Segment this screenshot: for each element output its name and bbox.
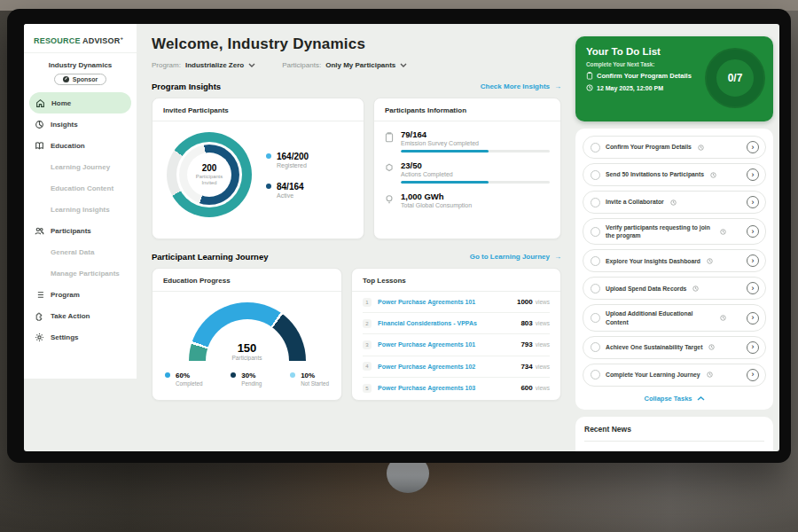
program-insights-header: Program Insights Check More Insights → (152, 82, 561, 91)
task-open-button[interactable]: › (747, 312, 759, 325)
task-label: Complete Your Learning Journey (606, 371, 700, 379)
task-checkbox[interactable] (591, 284, 600, 293)
task-checkbox[interactable] (591, 370, 600, 379)
task-verify-participants[interactable]: Verify participants requesting to join t… (583, 218, 766, 245)
lesson-title-link[interactable]: Power Purchase Agreements 103 (378, 385, 475, 391)
lesson-views: 734 (520, 363, 532, 371)
sidebar-item-general-data[interactable]: General Data (24, 241, 137, 262)
task-open-button[interactable]: › (747, 168, 759, 181)
clock-icon (670, 200, 677, 206)
task-open-button[interactable]: › (747, 254, 759, 267)
sidebar-item-education[interactable]: Education (24, 135, 137, 156)
sidebar-item-label: Program (51, 291, 80, 299)
task-checkbox[interactable] (591, 198, 600, 207)
go-to-learning-journey-link[interactable]: Go to Learning Journey → (470, 253, 561, 261)
participants-icon (35, 226, 44, 236)
task-checkbox[interactable] (591, 256, 600, 266)
lesson-rank: 3 (363, 340, 372, 349)
progress-bar (401, 150, 550, 153)
participants-filter-label: Participants: (282, 61, 321, 69)
task-open-button[interactable]: › (747, 196, 759, 208)
task-open-button[interactable]: › (747, 282, 759, 294)
legend-value: 60% (176, 372, 202, 379)
sidebar-item-label: Participants (51, 227, 91, 235)
stat-label: Emission Survey Completed (401, 140, 550, 146)
legend-value: 10% (301, 372, 329, 379)
stat-value: 23/50 (401, 160, 550, 170)
clock-icon (586, 84, 593, 91)
stat-value: 1,000 GWh (401, 192, 550, 201)
sidebar-item-label: Insights (51, 121, 78, 129)
sidebar-item-education-content[interactable]: Education Content (24, 177, 137, 199)
task-confirm-program-details[interactable]: Confirm Your Program Details › (583, 136, 766, 159)
task-checkbox[interactable] (591, 170, 600, 180)
sidebar-item-learning-journey[interactable]: Learning Journey (24, 156, 137, 177)
task-achieve-sustainability-target[interactable]: Achieve One Sustainability Target › (583, 336, 766, 359)
lesson-views: 1000 (517, 298, 533, 306)
task-send-invitations[interactable]: Send 50 Invitations to Participants › (583, 163, 766, 186)
program-filter-label: Program: (152, 61, 181, 69)
monitor-bezel: RESOURCE ADVISOR+ Industry Dynamics Spon… (7, 9, 791, 463)
sidebar-item-label: Learning Journey (51, 163, 110, 171)
lesson-rank: 1 (363, 298, 372, 307)
task-upload-educational-content[interactable]: Upload Additional Educational Content › (583, 304, 766, 331)
todo-column: Your To Do List Complete Your Next Task:… (575, 24, 779, 451)
task-complete-learning-journey[interactable]: Complete Your Learning Journey › (583, 364, 766, 387)
sidebar-item-label: Learning Insights (51, 206, 110, 214)
sidebar-item-take-action[interactable]: Take Action (24, 305, 137, 326)
link-label: Check More Insights (481, 82, 550, 90)
survey-icon (385, 132, 394, 143)
lesson-rank: 5 (363, 384, 372, 393)
sponsor-badge-label: Sponsor (73, 76, 98, 82)
task-upload-spend-data[interactable]: Upload Spend Data Records › (583, 277, 766, 300)
legend-label: Active (277, 192, 304, 199)
legend-dot-completed (165, 372, 170, 378)
program-filter-dropdown[interactable]: Program: Industrialize Zero (152, 61, 255, 69)
legend-value: 84/164 (277, 182, 304, 192)
task-checkbox[interactable] (591, 342, 600, 352)
lesson-rank: 4 (363, 362, 372, 371)
program-insights-title: Program Insights (152, 82, 221, 91)
insights-icon (35, 120, 44, 129)
task-label: Send 50 Invitations to Participants (606, 170, 704, 178)
task-label: Upload Additional Educational Content (606, 309, 714, 325)
gauge-center-label: Participants (189, 355, 306, 361)
task-open-button[interactable]: › (747, 225, 759, 238)
task-checkbox[interactable] (591, 227, 600, 237)
arrow-right-icon: → (554, 82, 561, 90)
sidebar-item-participants[interactable]: Participants (24, 220, 137, 241)
sidebar-item-learning-insights[interactable]: Learning Insights (24, 199, 137, 220)
task-open-button[interactable]: › (747, 341, 759, 354)
clock-icon (692, 286, 699, 292)
card-title: Participants Information (374, 106, 560, 121)
arrow-right-icon: → (554, 253, 561, 261)
lesson-title-link[interactable]: Power Purchase Agreements 101 (378, 299, 475, 305)
stat-value: 79/164 (401, 129, 550, 139)
sidebar-item-manage-participants[interactable]: Manage Participants (24, 262, 137, 284)
stat-actions-completed: 23/50 Actions Completed (385, 160, 550, 184)
participants-filter-value: Only My Participants (325, 61, 395, 69)
main-content: Welcome, Industry Dynamics Program: Indu… (137, 24, 575, 451)
task-checkbox[interactable] (591, 143, 600, 153)
sidebar-item-program[interactable]: Program (24, 284, 137, 305)
lesson-title-link[interactable]: Financial Considerations - VPPAs (378, 320, 477, 326)
legend-registered: 164/200 Registered (266, 152, 309, 168)
task-open-button[interactable]: › (747, 141, 759, 153)
participants-filter-dropdown[interactable]: Participants: Only My Participants (282, 61, 407, 69)
task-explore-insights[interactable]: Explore Your Insights Dashboard › (583, 249, 766, 272)
sidebar-item-settings[interactable]: Settings (24, 326, 137, 348)
sidebar-item-insights[interactable]: Insights (24, 113, 137, 135)
lesson-title-link[interactable]: Power Purchase Agreements 102 (378, 364, 475, 370)
task-checkbox[interactable] (591, 313, 600, 323)
sidebar-item-label: Take Action (51, 312, 90, 320)
legend-label: Completed (176, 380, 202, 387)
lesson-views-label: views (536, 299, 550, 305)
recent-news-card: Recent News (575, 417, 773, 451)
lesson-title-link[interactable]: Power Purchase Agreements 101 (378, 341, 475, 348)
task-open-button[interactable]: › (747, 369, 759, 381)
task-invite-collaborator[interactable]: Invite a Collaborator › (583, 191, 766, 214)
collapse-tasks-link[interactable]: Collapse Tasks (583, 391, 766, 406)
sidebar-item-home[interactable]: Home (29, 92, 131, 113)
check-more-insights-link[interactable]: Check More Insights → (481, 82, 561, 90)
sidebar-item-label: Home (51, 99, 71, 107)
